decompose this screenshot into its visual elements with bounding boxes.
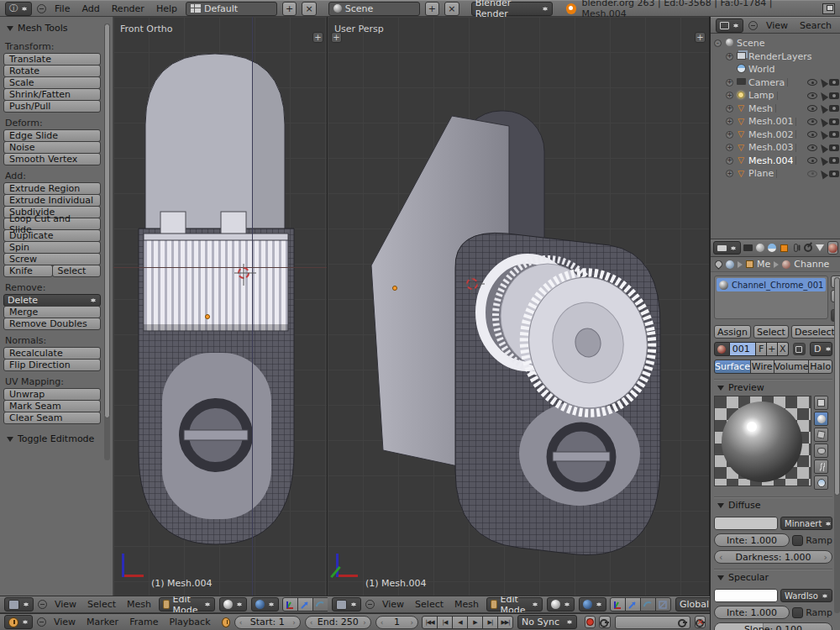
menu-mesh[interactable]: Mesh <box>451 599 482 610</box>
toggle-editmode-panel-header[interactable]: Toggle Editmode <box>3 431 101 447</box>
3d-cursor[interactable] <box>238 267 249 279</box>
outliner-row-mesh004-selected[interactable]: + ▽ Mesh.004 <box>714 155 839 168</box>
tab-world[interactable] <box>768 241 777 255</box>
viewport-front-ortho[interactable]: Front Ortho + (1) Mesh.004 <box>113 17 328 596</box>
tool-spin-button[interactable]: Spin <box>3 241 101 254</box>
screen-layout-field[interactable]: Default <box>186 2 277 16</box>
type-wire-tab[interactable]: Wire <box>750 360 774 374</box>
tool-smooth-vertex-button[interactable]: Smooth Vertex <box>3 153 101 165</box>
increment-arrow-icon[interactable]: › <box>292 618 296 627</box>
play-button[interactable]: ▶ <box>467 616 483 629</box>
selectable-cursor-icon[interactable] <box>818 77 828 88</box>
menu-add[interactable]: Add <box>78 3 102 14</box>
tool-screw-button[interactable]: Screw <box>3 253 101 265</box>
pivot-dropdown[interactable] <box>251 597 279 612</box>
sync-dropdown[interactable]: No Sync <box>517 615 577 629</box>
editor-type-dropdown[interactable] <box>716 18 743 33</box>
outliner-item-label[interactable]: Mesh.004 <box>748 155 793 166</box>
expand-icon[interactable]: - <box>714 39 722 47</box>
manipulator-scale-button[interactable] <box>655 597 671 612</box>
outliner-row-renderlayers[interactable]: + RenderLayers <box>714 50 839 64</box>
slider-right-arrow-icon[interactable]: › <box>824 552 827 563</box>
outliner-row-camera[interactable]: + Camera <box>714 76 839 90</box>
outliner-item-label[interactable]: Scene <box>737 38 765 49</box>
tool-recalculate-button[interactable]: Recalculate <box>3 347 101 360</box>
menu-search[interactable]: Search <box>796 20 835 31</box>
selectable-cursor-icon[interactable] <box>818 155 828 166</box>
visibility-eye-icon[interactable] <box>807 157 817 164</box>
tab-constraints[interactable] <box>791 241 801 255</box>
specular-shader-dropdown[interactable]: WardIso <box>780 589 832 602</box>
record-button[interactable] <box>585 616 596 628</box>
collapse-menus-icon[interactable] <box>365 600 375 609</box>
increment-arrow-icon[interactable]: › <box>410 618 413 627</box>
specular-color-swatch[interactable] <box>714 589 778 602</box>
diffuse-color-swatch[interactable] <box>714 517 778 530</box>
menu-view[interactable]: View <box>51 599 80 610</box>
selectable-cursor-icon[interactable] <box>818 129 828 140</box>
tool-extrude-individual-button[interactable]: Extrude Individual <box>3 194 101 207</box>
tool-loop-cut-button[interactable]: Loop Cut and Slide <box>3 218 101 230</box>
pin-icon[interactable] <box>713 259 724 270</box>
new-material-button[interactable]: + <box>767 342 778 356</box>
outliner-item-label[interactable]: Mesh.001 <box>748 116 793 127</box>
collapse-menus-icon[interactable] <box>37 4 46 13</box>
shading-dropdown[interactable] <box>547 597 575 612</box>
keying-set-field[interactable] <box>615 616 690 629</box>
type-surface-tab[interactable]: Surface <box>714 360 751 374</box>
outliner-item-label[interactable]: Camera <box>748 77 785 88</box>
outliner-item-label[interactable]: Mesh.003 <box>748 142 793 153</box>
orientation-dropdown[interactable]: Global <box>675 597 710 612</box>
tool-merge-button[interactable]: Merge <box>3 306 101 318</box>
tool-push-pull-button[interactable]: Push/Pull <box>3 100 101 113</box>
menu-playback[interactable]: Playback <box>165 617 213 627</box>
select-button[interactable]: Select <box>753 325 789 339</box>
end-frame-field[interactable]: ‹End: 250› <box>305 616 371 629</box>
type-volume-tab[interactable]: Volume <box>774 360 810 374</box>
jump-to-start-button[interactable]: |◀◀ <box>422 616 438 629</box>
selectable-cursor-icon[interactable] <box>818 168 828 179</box>
editor-type-dropdown[interactable] <box>332 597 361 612</box>
slope-slider[interactable]: Slope: 0.100 <box>714 622 832 630</box>
viewport-user-persp[interactable]: User Persp + + (1) Mesh.004 <box>328 17 710 596</box>
current-frame-field[interactable]: ‹1› <box>375 616 418 629</box>
add-layout-button[interactable]: + <box>282 2 297 16</box>
preview-panel-header[interactable]: Preview <box>714 380 832 396</box>
outliner-row-mesh003[interactable]: + ▽ Mesh.003 <box>714 141 839 155</box>
specular-panel-header[interactable]: Specular <box>714 570 832 585</box>
properties-scrollbar[interactable] <box>834 277 840 613</box>
visibility-eye-icon[interactable] <box>807 92 817 99</box>
outliner-item-label[interactable]: Plane <box>748 168 774 179</box>
preview-cube-button[interactable] <box>814 428 828 442</box>
diffuse-ramp-checkbox[interactable] <box>792 535 803 546</box>
tab-object[interactable] <box>780 241 789 255</box>
menu-view[interactable]: View <box>379 599 407 610</box>
tab-scene[interactable] <box>755 241 764 255</box>
renderable-camera-icon[interactable] <box>829 157 839 164</box>
specular-intensity-slider[interactable]: Inte: 1.000 <box>714 606 790 619</box>
delete-scene-button[interactable]: × <box>444 2 459 16</box>
outliner-row-mesh002[interactable]: + ▽ Mesh.002 <box>714 129 839 142</box>
add-scene-button[interactable]: + <box>425 2 440 16</box>
outliner-row-plane[interactable]: + ▽ Plane <box>714 167 839 181</box>
scrollbar-thumb[interactable] <box>104 24 110 418</box>
assign-button[interactable]: Assign <box>714 325 751 339</box>
renderable-camera-icon[interactable] <box>829 79 839 86</box>
decrement-arrow-icon[interactable]: ‹ <box>239 618 243 627</box>
tool-rotate-button[interactable]: Rotate <box>3 65 101 77</box>
expand-icon[interactable]: + <box>726 144 733 151</box>
render-engine-dropdown[interactable]: Blender Render <box>471 2 553 16</box>
preview-hair-button[interactable] <box>814 459 828 474</box>
3d-cursor[interactable] <box>466 278 478 290</box>
shading-dropdown[interactable] <box>219 597 247 612</box>
increment-arrow-icon[interactable]: › <box>363 618 366 627</box>
menu-help[interactable]: Help <box>153 3 181 14</box>
editor-type-dropdown[interactable] <box>4 597 34 612</box>
preview-sphere-button[interactable] <box>814 412 828 426</box>
selectable-cursor-icon[interactable] <box>818 116 828 127</box>
tool-knife-select-button[interactable]: Select <box>52 265 102 277</box>
outliner-item-label[interactable]: Lamp <box>748 90 774 101</box>
deselect-button[interactable]: Deselect <box>791 325 838 339</box>
expand-icon[interactable]: + <box>726 53 733 60</box>
decrement-arrow-icon[interactable]: ‹ <box>381 618 384 627</box>
